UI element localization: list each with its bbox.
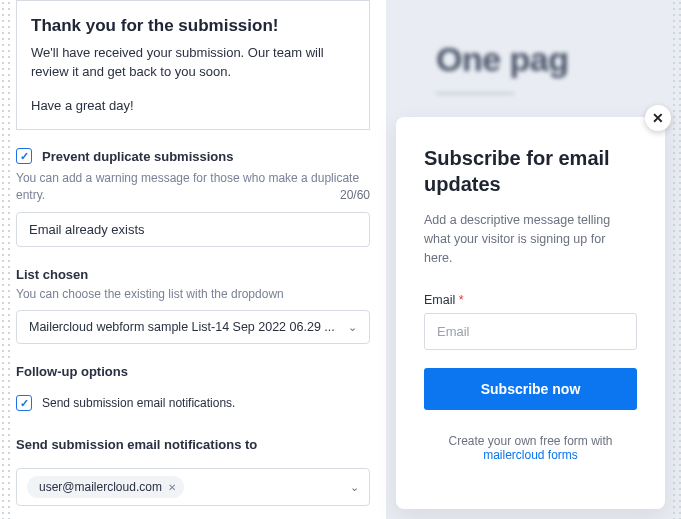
notify-emails-input[interactable]: user@mailercloud.com ✕ ⌄	[16, 468, 370, 506]
subscribe-popup: ✕ Subscribe for email updates Add a desc…	[396, 117, 665, 509]
settings-panel: Thank you for the submission! We'll have…	[0, 0, 386, 519]
subscribe-button[interactable]: Subscribe now	[424, 368, 637, 410]
popup-footer: Create your own free form with mailerclo…	[424, 434, 637, 462]
success-message-editor[interactable]: Thank you for the submission! We'll have…	[16, 0, 370, 130]
list-selected-value: Mailercloud webform sample List-14 Sep 2…	[29, 320, 335, 334]
close-icon[interactable]: ✕	[645, 105, 671, 131]
email-label: Email *	[424, 293, 637, 307]
email-notifications-label: Send submission email notifications.	[42, 396, 235, 410]
remove-tag-icon[interactable]: ✕	[168, 482, 176, 493]
chevron-down-icon: ⌄	[350, 481, 359, 494]
hero-title: One pag	[436, 40, 681, 79]
success-signoff: Have a great day!	[31, 96, 355, 116]
char-counter: 20/60	[340, 187, 370, 204]
list-chosen-helper: You can choose the existing list with th…	[16, 286, 370, 303]
mailercloud-link[interactable]: mailercloud forms	[483, 448, 578, 462]
success-body: We'll have received your submission. Our…	[31, 43, 355, 82]
prevent-duplicates-label: Prevent duplicate submissions	[42, 149, 233, 164]
email-notifications-checkbox[interactable]: ✓	[16, 395, 32, 411]
popup-description: Add a descriptive message telling what y…	[424, 211, 637, 267]
hero-subtitle: ——————	[436, 85, 681, 100]
decorative-dots	[0, 0, 12, 519]
popup-title: Subscribe for email updates	[424, 145, 637, 197]
preview-area: One pag —————— ✕ Subscribe for email upd…	[386, 0, 681, 519]
followup-row: ✓ Send submission email notifications.	[16, 395, 370, 411]
success-title: Thank you for the submission!	[31, 13, 355, 39]
list-dropdown[interactable]: Mailercloud webform sample List-14 Sep 2…	[16, 310, 370, 344]
notify-to-title: Send submission email notifications to	[16, 437, 370, 452]
email-tag: user@mailercloud.com ✕	[27, 476, 184, 498]
prevent-duplicates-checkbox[interactable]: ✓	[16, 148, 32, 164]
background-page: One pag ——————	[386, 0, 681, 100]
prevent-duplicates-row: ✓ Prevent duplicate submissions	[16, 148, 370, 164]
list-chosen-title: List chosen	[16, 267, 370, 282]
followup-title: Follow-up options	[16, 364, 370, 379]
duplicate-warning-input[interactable]	[16, 212, 370, 247]
email-field[interactable]	[424, 313, 637, 350]
chevron-down-icon: ⌄	[348, 321, 357, 334]
prevent-duplicates-helper: You can add a warning message for those …	[16, 170, 370, 204]
